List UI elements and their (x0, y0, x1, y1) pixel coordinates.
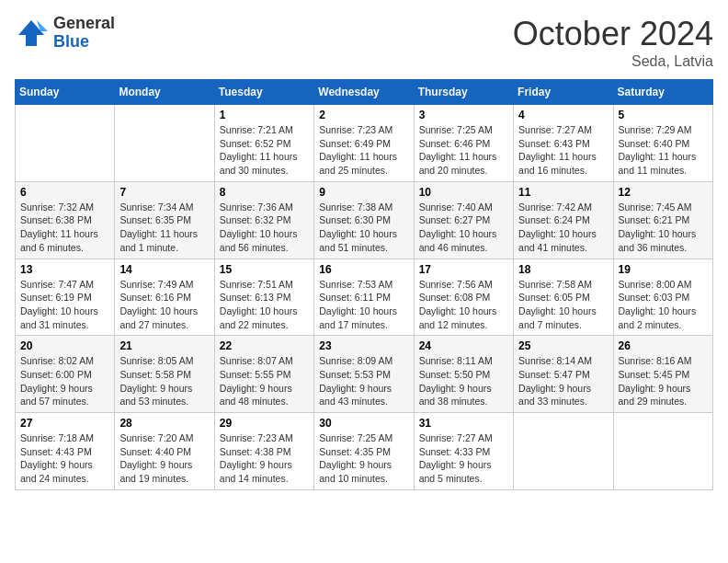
day-info: Sunrise: 7:56 AMSunset: 6:08 PMDaylight:… (419, 278, 508, 332)
day-number: 2 (319, 109, 408, 121)
day-info: Sunrise: 7:29 AMSunset: 6:40 PMDaylight:… (619, 123, 708, 178)
day-info: Sunrise: 7:51 AMSunset: 6:13 PMDaylight:… (220, 278, 309, 332)
logo-blue: Blue (53, 33, 115, 52)
calendar-cell: 29Sunrise: 7:23 AMSunset: 4:38 PMDayligh… (214, 413, 313, 490)
day-info: Sunrise: 7:36 AMSunset: 6:32 PMDaylight:… (220, 201, 309, 255)
calendar-cell: 6Sunrise: 7:32 AMSunset: 6:38 PMDaylight… (16, 181, 115, 259)
week-row-1: 1Sunrise: 7:21 AMSunset: 6:52 PMDaylight… (16, 105, 713, 182)
calendar-cell: 1Sunrise: 7:21 AMSunset: 6:52 PMDaylight… (214, 105, 313, 182)
calendar-cell (613, 413, 712, 490)
calendar-cell: 12Sunrise: 7:45 AMSunset: 6:21 PMDayligh… (613, 181, 712, 259)
logo-general: General (53, 15, 115, 33)
day-info: Sunrise: 7:23 AMSunset: 6:49 PMDaylight:… (319, 123, 408, 178)
calendar-cell: 30Sunrise: 7:25 AMSunset: 4:35 PMDayligh… (314, 413, 414, 490)
day-info: Sunrise: 7:27 AMSunset: 6:43 PMDaylight:… (518, 123, 608, 178)
header-wednesday: Wednesday (314, 80, 414, 105)
day-number: 18 (518, 263, 608, 276)
day-number: 24 (419, 339, 508, 352)
day-number: 3 (419, 109, 508, 121)
calendar-header: SundayMondayTuesdayWednesdayThursdayFrid… (16, 80, 713, 105)
header-thursday: Thursday (414, 80, 513, 105)
day-number: 8 (220, 186, 309, 199)
day-info: Sunrise: 7:32 AMSunset: 6:38 PMDaylight:… (20, 201, 109, 255)
day-info: Sunrise: 7:42 AMSunset: 6:24 PMDaylight:… (518, 201, 608, 255)
day-number: 20 (20, 339, 109, 352)
day-number: 7 (119, 186, 209, 199)
day-info: Sunrise: 7:47 AMSunset: 6:19 PMDaylight:… (20, 278, 109, 332)
day-number: 11 (518, 186, 608, 199)
day-number: 21 (119, 339, 209, 352)
calendar-cell: 28Sunrise: 7:20 AMSunset: 4:40 PMDayligh… (115, 413, 214, 490)
day-info: Sunrise: 7:34 AMSunset: 6:35 PMDaylight:… (119, 201, 209, 255)
logo: General Blue (15, 15, 115, 52)
day-info: Sunrise: 7:23 AMSunset: 4:38 PMDaylight:… (220, 431, 309, 486)
day-info: Sunrise: 7:40 AMSunset: 6:27 PMDaylight:… (419, 201, 508, 255)
calendar-cell: 20Sunrise: 8:02 AMSunset: 6:00 PMDayligh… (16, 336, 115, 413)
day-number: 30 (319, 417, 408, 430)
day-number: 22 (220, 339, 309, 352)
calendar-cell: 26Sunrise: 8:16 AMSunset: 5:45 PMDayligh… (613, 336, 712, 413)
logo-text: General Blue (53, 15, 115, 52)
day-number: 29 (220, 417, 309, 430)
week-row-4: 20Sunrise: 8:02 AMSunset: 6:00 PMDayligh… (16, 336, 713, 413)
calendar-cell: 13Sunrise: 7:47 AMSunset: 6:19 PMDayligh… (16, 259, 115, 336)
calendar-cell: 16Sunrise: 7:53 AMSunset: 6:11 PMDayligh… (314, 259, 414, 336)
header-row: SundayMondayTuesdayWednesdayThursdayFrid… (16, 80, 713, 105)
page-header: General Blue October 2024 Seda, Latvia (15, 15, 713, 70)
header-monday: Monday (115, 80, 214, 105)
day-number: 28 (119, 417, 209, 430)
calendar-cell: 15Sunrise: 7:51 AMSunset: 6:13 PMDayligh… (214, 259, 313, 336)
header-sunday: Sunday (16, 80, 115, 105)
day-number: 10 (419, 186, 508, 199)
day-number: 6 (20, 186, 109, 199)
calendar-cell: 5Sunrise: 7:29 AMSunset: 6:40 PMDaylight… (613, 105, 712, 182)
calendar-cell: 2Sunrise: 7:23 AMSunset: 6:49 PMDaylight… (314, 105, 414, 182)
calendar-cell: 21Sunrise: 8:05 AMSunset: 5:58 PMDayligh… (115, 336, 214, 413)
day-info: Sunrise: 8:09 AMSunset: 5:53 PMDaylight:… (319, 354, 408, 408)
day-info: Sunrise: 8:00 AMSunset: 6:03 PMDaylight:… (619, 278, 708, 332)
calendar-cell: 9Sunrise: 7:38 AMSunset: 6:30 PMDaylight… (314, 181, 414, 259)
day-number: 13 (20, 263, 109, 276)
day-info: Sunrise: 7:25 AMSunset: 4:35 PMDaylight:… (319, 431, 408, 486)
day-number: 1 (220, 109, 309, 121)
day-info: Sunrise: 8:16 AMSunset: 5:45 PMDaylight:… (619, 354, 708, 408)
day-info: Sunrise: 7:45 AMSunset: 6:21 PMDaylight:… (619, 201, 708, 255)
calendar-cell: 4Sunrise: 7:27 AMSunset: 6:43 PMDaylight… (514, 105, 613, 182)
day-info: Sunrise: 7:49 AMSunset: 6:16 PMDaylight:… (119, 278, 209, 332)
location: Seda, Latvia (513, 53, 713, 70)
calendar-cell (514, 413, 613, 490)
day-number: 15 (220, 263, 309, 276)
day-info: Sunrise: 7:58 AMSunset: 6:05 PMDaylight:… (518, 278, 608, 332)
calendar-cell: 3Sunrise: 7:25 AMSunset: 6:46 PMDaylight… (414, 105, 513, 182)
day-number: 4 (518, 109, 608, 121)
logo-icon (15, 17, 48, 50)
week-row-3: 13Sunrise: 7:47 AMSunset: 6:19 PMDayligh… (16, 259, 713, 336)
day-number: 12 (619, 186, 708, 199)
calendar-cell: 27Sunrise: 7:18 AMSunset: 4:43 PMDayligh… (16, 413, 115, 490)
week-row-5: 27Sunrise: 7:18 AMSunset: 4:43 PMDayligh… (16, 413, 713, 490)
calendar-cell: 19Sunrise: 8:00 AMSunset: 6:03 PMDayligh… (613, 259, 712, 336)
day-info: Sunrise: 8:07 AMSunset: 5:55 PMDaylight:… (220, 354, 309, 408)
day-info: Sunrise: 7:20 AMSunset: 4:40 PMDaylight:… (119, 431, 209, 486)
calendar-cell: 8Sunrise: 7:36 AMSunset: 6:32 PMDaylight… (214, 181, 313, 259)
calendar-cell: 24Sunrise: 8:11 AMSunset: 5:50 PMDayligh… (414, 336, 513, 413)
day-number: 9 (319, 186, 408, 199)
day-number: 23 (319, 339, 408, 352)
day-info: Sunrise: 8:11 AMSunset: 5:50 PMDaylight:… (419, 354, 508, 408)
day-info: Sunrise: 7:25 AMSunset: 6:46 PMDaylight:… (419, 123, 508, 178)
day-number: 17 (419, 263, 508, 276)
day-info: Sunrise: 7:53 AMSunset: 6:11 PMDaylight:… (319, 278, 408, 332)
calendar-cell: 11Sunrise: 7:42 AMSunset: 6:24 PMDayligh… (514, 181, 613, 259)
day-info: Sunrise: 7:18 AMSunset: 4:43 PMDaylight:… (20, 431, 109, 486)
calendar-cell: 14Sunrise: 7:49 AMSunset: 6:16 PMDayligh… (115, 259, 214, 336)
calendar-cell: 18Sunrise: 7:58 AMSunset: 6:05 PMDayligh… (514, 259, 613, 336)
calendar-cell: 22Sunrise: 8:07 AMSunset: 5:55 PMDayligh… (214, 336, 313, 413)
calendar-body: 1Sunrise: 7:21 AMSunset: 6:52 PMDaylight… (16, 105, 713, 490)
calendar-cell (16, 105, 115, 182)
header-friday: Friday (514, 80, 613, 105)
day-number: 27 (20, 417, 109, 430)
calendar-cell: 23Sunrise: 8:09 AMSunset: 5:53 PMDayligh… (314, 336, 414, 413)
day-number: 16 (319, 263, 408, 276)
day-number: 19 (619, 263, 708, 276)
calendar-cell: 7Sunrise: 7:34 AMSunset: 6:35 PMDaylight… (115, 181, 214, 259)
